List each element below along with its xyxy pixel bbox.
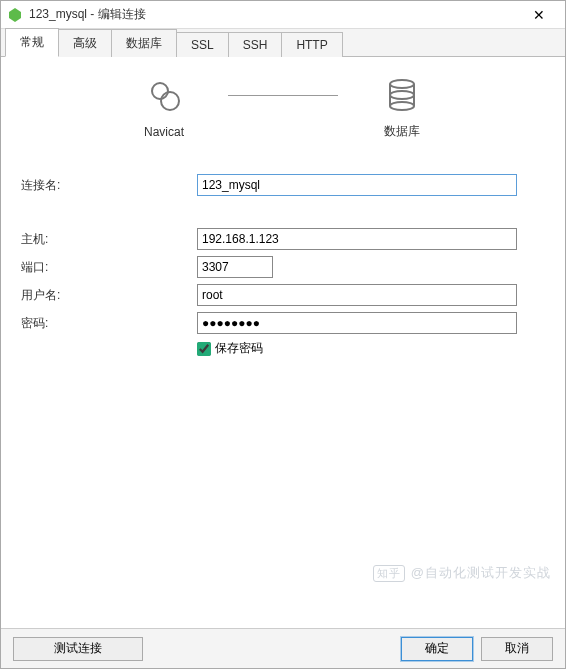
- tab-database[interactable]: 数据库: [111, 29, 177, 57]
- tab-ssh[interactable]: SSH: [228, 32, 283, 57]
- tab-label: 常规: [20, 35, 44, 49]
- dialog-footer: 测试连接 确定 取消: [1, 628, 565, 668]
- tab-label: HTTP: [296, 38, 327, 52]
- database-icon: [382, 75, 422, 115]
- row-host: 主机:: [21, 228, 545, 250]
- row-save-password: 保存密码: [197, 340, 545, 357]
- tab-label: 高级: [73, 36, 97, 50]
- ok-button[interactable]: 确定: [401, 637, 473, 661]
- close-icon: ✕: [533, 7, 545, 23]
- svg-point-1: [152, 83, 168, 99]
- cancel-button[interactable]: 取消: [481, 637, 553, 661]
- row-password: 密码:: [21, 312, 545, 334]
- navicat-column: Navicat: [104, 77, 224, 139]
- port-input[interactable]: [197, 256, 273, 278]
- svg-point-2: [161, 92, 179, 110]
- label-password: 密码:: [21, 315, 197, 332]
- username-input[interactable]: [197, 284, 517, 306]
- svg-point-3: [390, 80, 414, 88]
- navicat-label: Navicat: [144, 125, 184, 139]
- navicat-app-icon: [7, 7, 23, 23]
- tab-label: SSL: [191, 38, 214, 52]
- connector-line-icon: [228, 95, 338, 96]
- label-port: 端口:: [21, 259, 197, 276]
- zhihu-badge-icon: 知乎: [373, 565, 405, 582]
- database-label: 数据库: [384, 123, 420, 140]
- row-port: 端口:: [21, 256, 545, 278]
- dialog-window: 123_mysql - 编辑连接 ✕ 常规 高级 数据库 SSL SSH HTT…: [0, 0, 566, 669]
- label-host: 主机:: [21, 231, 197, 248]
- test-connection-button[interactable]: 测试连接: [13, 637, 143, 661]
- titlebar: 123_mysql - 编辑连接 ✕: [1, 1, 565, 29]
- watermark: 知乎 @自动化测试开发实战: [373, 564, 551, 582]
- tab-general[interactable]: 常规: [5, 28, 59, 57]
- label-username: 用户名:: [21, 287, 197, 304]
- tabs: 常规 高级 数据库 SSL SSH HTTP: [1, 29, 565, 57]
- tab-advanced[interactable]: 高级: [58, 29, 112, 57]
- svg-point-4: [390, 91, 414, 99]
- watermark-text: @自动化测试开发实战: [411, 564, 551, 582]
- connection-form: 连接名: 主机: 端口: 用户名: 密码: 保存密码: [21, 174, 545, 357]
- svg-point-5: [390, 102, 414, 110]
- label-connection-name: 连接名:: [21, 177, 197, 194]
- tab-content-general: Navicat 数据库 连接名:: [1, 57, 565, 628]
- tab-http[interactable]: HTTP: [281, 32, 342, 57]
- connection-diagram: Navicat 数据库: [21, 75, 545, 140]
- window-title: 123_mysql - 编辑连接: [29, 6, 519, 23]
- navicat-icon: [144, 77, 184, 117]
- save-password-checkbox[interactable]: [197, 342, 211, 356]
- database-column: 数据库: [342, 75, 462, 140]
- row-connection-name: 连接名:: [21, 174, 545, 196]
- tab-label: 数据库: [126, 36, 162, 50]
- tab-ssl[interactable]: SSL: [176, 32, 229, 57]
- connection-name-input[interactable]: [197, 174, 517, 196]
- close-button[interactable]: ✕: [519, 1, 559, 29]
- tab-label: SSH: [243, 38, 268, 52]
- password-input[interactable]: [197, 312, 517, 334]
- host-input[interactable]: [197, 228, 517, 250]
- save-password-label: 保存密码: [215, 340, 263, 357]
- row-username: 用户名:: [21, 284, 545, 306]
